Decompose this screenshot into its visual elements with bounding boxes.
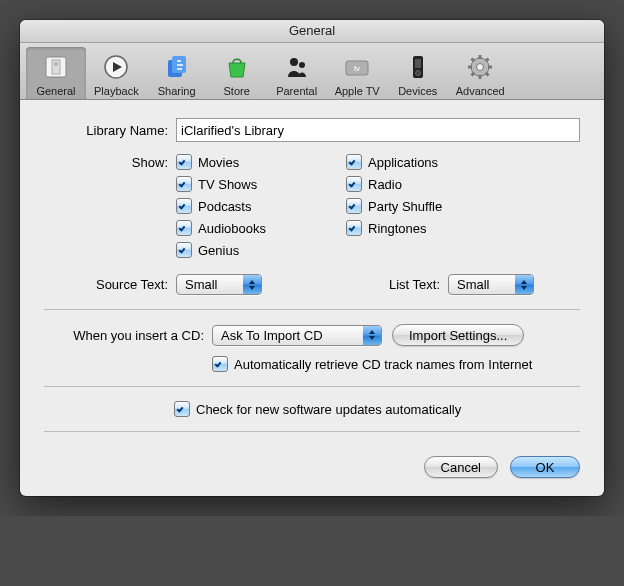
ok-button[interactable]: OK xyxy=(510,456,580,478)
svg-point-15 xyxy=(477,64,484,71)
check-icon xyxy=(176,220,192,236)
tab-general-label: General xyxy=(36,85,75,97)
tab-advanced[interactable]: Advanced xyxy=(448,47,513,99)
checkbox-label: TV Shows xyxy=(198,177,257,192)
divider xyxy=(44,431,580,432)
general-icon xyxy=(40,51,72,83)
checkbox-movies[interactable]: Movies xyxy=(176,154,346,170)
checkbox-label: Audiobooks xyxy=(198,221,266,236)
window-title: General xyxy=(289,23,335,38)
show-column-right: Applications Radio Party Shuffle Rington… xyxy=(346,154,516,258)
checkbox-label: Automatically retrieve CD track names fr… xyxy=(234,357,532,372)
svg-text:tv: tv xyxy=(354,64,360,73)
svg-point-8 xyxy=(299,62,305,68)
check-icon xyxy=(346,220,362,236)
svg-rect-12 xyxy=(415,59,421,68)
tab-store-label: Store xyxy=(223,85,249,97)
checkbox-party-shuffle[interactable]: Party Shuffle xyxy=(346,198,516,214)
tab-parental-label: Parental xyxy=(276,85,317,97)
check-icon xyxy=(346,198,362,214)
checkbox-label: Podcasts xyxy=(198,199,251,214)
svg-point-7 xyxy=(290,58,298,66)
svg-point-13 xyxy=(415,71,420,76)
tab-store[interactable]: Store xyxy=(207,47,267,99)
cd-action-select[interactable]: Ask To Import CD xyxy=(212,325,382,346)
svg-line-23 xyxy=(472,73,475,76)
check-icon xyxy=(212,356,228,372)
show-column-left: Movies TV Shows Podcasts Audiobooks Geni… xyxy=(176,154,346,258)
tab-appletv-label: Apple TV xyxy=(335,85,380,97)
library-name-input[interactable] xyxy=(176,118,580,142)
tab-playback[interactable]: Playback xyxy=(86,47,147,99)
svg-line-22 xyxy=(486,59,489,62)
checkbox-ringtones[interactable]: Ringtones xyxy=(346,220,516,236)
footer-buttons: Cancel OK xyxy=(44,446,580,478)
content-pane: Library Name: Show: Movies TV Shows Podc… xyxy=(20,100,604,496)
checkbox-radio[interactable]: Radio xyxy=(346,176,516,192)
tab-advanced-label: Advanced xyxy=(456,85,505,97)
check-icon xyxy=(176,242,192,258)
checkbox-genius[interactable]: Genius xyxy=(176,242,346,258)
tab-playback-label: Playback xyxy=(94,85,139,97)
checkbox-check-updates[interactable]: Check for new software updates automatic… xyxy=(174,401,461,417)
import-settings-button[interactable]: Import Settings... xyxy=(392,324,524,346)
tab-parental[interactable]: Parental xyxy=(267,47,327,99)
check-icon xyxy=(346,176,362,192)
check-icon xyxy=(176,198,192,214)
checkbox-label: Ringtones xyxy=(368,221,427,236)
source-text-select[interactable]: Small xyxy=(176,274,262,295)
sharing-icon xyxy=(161,51,193,83)
list-text-select[interactable]: Small xyxy=(448,274,534,295)
cancel-button[interactable]: Cancel xyxy=(424,456,498,478)
show-label: Show: xyxy=(44,154,176,170)
divider xyxy=(44,386,580,387)
tab-general[interactable]: General xyxy=(26,47,86,99)
store-icon xyxy=(221,51,253,83)
checkbox-label: Radio xyxy=(368,177,402,192)
checkbox-label: Genius xyxy=(198,243,239,258)
devices-icon xyxy=(402,51,434,83)
source-text-label: Source Text: xyxy=(44,277,176,292)
checkbox-audiobooks[interactable]: Audiobooks xyxy=(176,220,346,236)
check-icon xyxy=(346,154,362,170)
checkbox-label: Check for new software updates automatic… xyxy=(196,402,461,417)
library-name-label: Library Name: xyxy=(44,123,176,138)
tab-devices-label: Devices xyxy=(398,85,437,97)
svg-line-21 xyxy=(486,73,489,76)
tab-sharing[interactable]: Sharing xyxy=(147,47,207,99)
svg-line-20 xyxy=(472,59,475,62)
checkbox-label: Movies xyxy=(198,155,239,170)
titlebar: General xyxy=(20,20,604,43)
tab-appletv[interactable]: tv Apple TV xyxy=(327,47,388,99)
svg-rect-2 xyxy=(54,62,58,66)
checkbox-auto-retrieve[interactable]: Automatically retrieve CD track names fr… xyxy=(212,356,532,372)
preferences-toolbar: General Playback Sharing Store Parental xyxy=(20,43,604,100)
divider xyxy=(44,309,580,310)
gear-icon xyxy=(464,51,496,83)
checkbox-applications[interactable]: Applications xyxy=(346,154,516,170)
cd-insert-label: When you insert a CD: xyxy=(44,328,212,343)
checkbox-podcasts[interactable]: Podcasts xyxy=(176,198,346,214)
check-icon xyxy=(176,154,192,170)
checkbox-tvshows[interactable]: TV Shows xyxy=(176,176,346,192)
parental-icon xyxy=(281,51,313,83)
play-icon xyxy=(100,51,132,83)
tab-sharing-label: Sharing xyxy=(158,85,196,97)
appletv-icon: tv xyxy=(341,51,373,83)
check-icon xyxy=(176,176,192,192)
checkbox-label: Applications xyxy=(368,155,438,170)
checkbox-label: Party Shuffle xyxy=(368,199,442,214)
preferences-window: General General Playback Sharing Store xyxy=(20,20,604,496)
check-icon xyxy=(174,401,190,417)
list-text-label: List Text: xyxy=(370,277,448,292)
tab-devices[interactable]: Devices xyxy=(388,47,448,99)
